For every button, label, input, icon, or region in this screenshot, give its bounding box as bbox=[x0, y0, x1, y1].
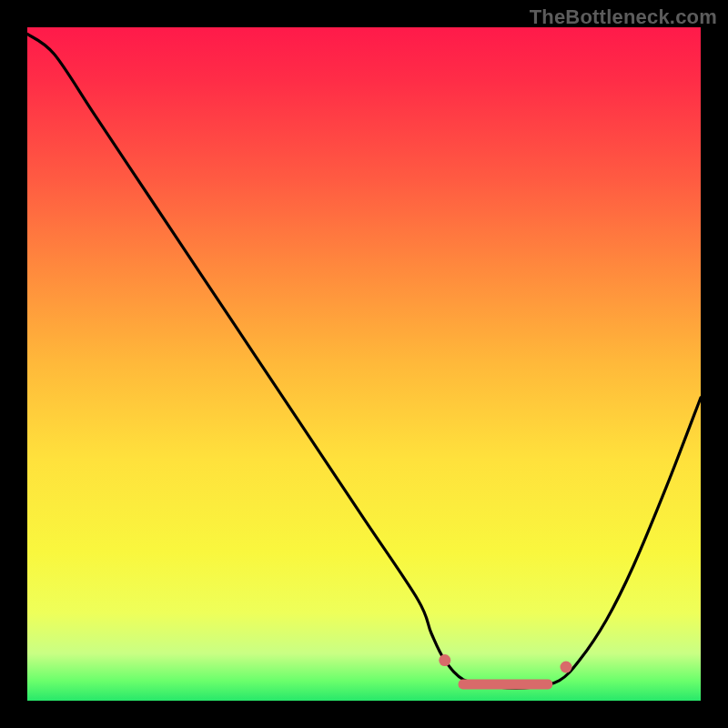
curve-layer bbox=[27, 27, 701, 701]
annotation-marker bbox=[561, 662, 572, 673]
bottleneck-curve-path bbox=[27, 34, 701, 688]
plot-area bbox=[27, 27, 701, 701]
chart-container: TheBottleneck.com bbox=[0, 0, 728, 728]
annotation-layer bbox=[439, 654, 571, 689]
annotation-marker bbox=[439, 654, 450, 666]
plot-inner bbox=[27, 27, 701, 701]
watermark-text: TheBottleneck.com bbox=[530, 5, 717, 29]
annotation-band bbox=[459, 680, 553, 690]
